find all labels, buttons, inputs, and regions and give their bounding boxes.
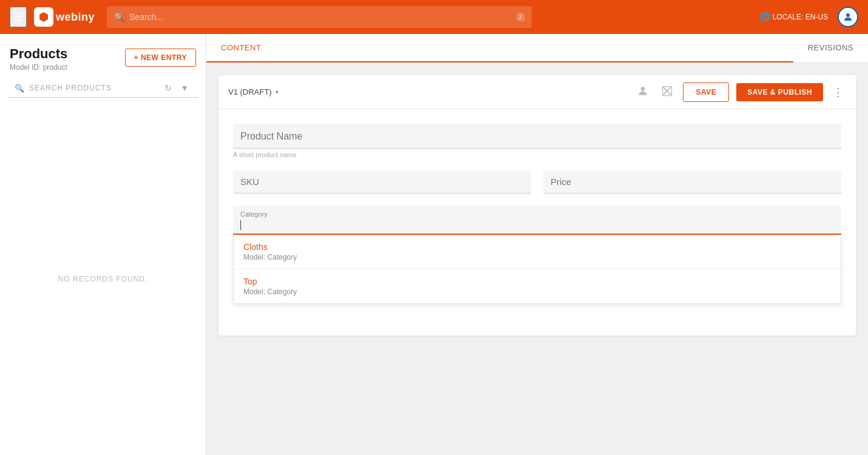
search-icon: 🔍 [114,12,124,22]
product-name-field-row: A short product name [233,124,841,158]
product-name-hint: A short product name [233,151,841,158]
sidebar-empty-state: NO RECORDS FOUND. [0,103,206,455]
more-icon: ⋮ [833,86,844,98]
editor-form: A short product name [219,109,856,335]
keyboard-shortcut-badge: / [517,13,524,21]
category-input-wrapper[interactable]: Category [233,206,841,235]
chevron-down-icon: ▾ [276,89,279,95]
category-field-container: Category Cloths Model: Category Top Mode… [233,206,841,304]
version-dropdown[interactable]: V1 (DRAFT) ▾ [228,87,279,96]
tab-content[interactable]: CONTENT [206,34,793,62]
category-label: Category [240,211,834,218]
version-label: V1 (DRAFT) [228,87,272,96]
product-name-field: A short product name [233,124,841,158]
sku-field [233,170,531,194]
person-icon [637,85,649,99]
topnav-right-section: 🌐 LOCALE: EN-US [760,7,858,27]
category-option-cloths-name: Cloths [243,242,831,252]
filter-button[interactable]: ▼ [178,82,191,94]
refresh-button[interactable]: ↻ [162,82,174,94]
filter-icon: ▼ [180,83,189,93]
hamburger-menu-button[interactable]: ☰ [10,7,27,27]
locale-icon: 🌐 [760,12,770,22]
category-cursor [240,220,241,230]
sidebar-header: Products Model ID: product + NEW ENTRY [0,34,206,79]
tab-bar: CONTENT REVISIONS [206,34,868,63]
product-name-input[interactable] [233,124,841,149]
logo: w webiny [34,7,95,27]
sidebar-title: Products [10,46,67,62]
search-bar[interactable]: 🔍 / [107,6,532,28]
svg-point-1 [846,13,850,17]
svg-text:w: w [40,14,46,21]
category-option-cloths-model: Model: Category [243,253,831,261]
new-entry-button[interactable]: + NEW ENTRY [125,49,196,67]
category-option-top[interactable]: Top Model: Category [234,269,841,303]
sidebar: Products Model ID: product + NEW ENTRY 🔍… [0,34,206,455]
content-area: CONTENT REVISIONS V1 (DRAFT) ▾ [206,34,868,455]
locale-label: LOCALE: EN-US [773,13,828,21]
sidebar-search-icon: 🔍 [15,84,24,93]
sidebar-title-section: Products Model ID: product [10,46,67,72]
category-option-top-model: Model: Category [243,288,831,296]
hamburger-icon: ☰ [13,11,23,23]
search-input[interactable] [129,12,512,22]
editor-card: V1 (DRAFT) ▾ [219,75,856,335]
clear-icon [661,85,673,99]
sidebar-search-bar: 🔍 ↻ ▼ [7,79,198,98]
price-field [543,170,841,194]
entry-editor: V1 (DRAFT) ▾ [206,63,868,455]
category-dropdown: Cloths Model: Category Top Model: Catego… [233,235,841,304]
category-option-cloths[interactable]: Cloths Model: Category [234,235,841,269]
save-button[interactable]: SAVE [683,83,729,102]
sku-price-row [233,170,841,194]
sku-input[interactable] [233,170,531,194]
tab-revisions[interactable]: REVISIONS [793,34,868,62]
locale-selector[interactable]: 🌐 LOCALE: EN-US [760,12,828,22]
clear-icon-button[interactable] [659,83,676,102]
main-layout: Products Model ID: product + NEW ENTRY 🔍… [0,34,868,455]
logo-icon: w [34,7,53,27]
refresh-icon: ↻ [164,83,172,93]
sidebar-search-input[interactable] [29,79,157,97]
price-input[interactable] [543,170,841,194]
logo-text: webiny [56,11,95,24]
top-navigation: ☰ w webiny 🔍 / 🌐 LOCALE: EN-US [0,0,868,34]
tab-content-label: CONTENT [221,43,261,52]
person-icon-button[interactable] [634,83,651,102]
save-publish-button[interactable]: SAVE & PUBLISH [736,83,823,101]
more-options-button[interactable]: ⋮ [830,84,846,100]
svg-point-2 [641,87,645,91]
sidebar-actions: ↻ ▼ [162,82,191,94]
empty-state-label: NO RECORDS FOUND. [58,275,148,283]
category-option-top-name: Top [243,277,831,286]
editor-toolbar: V1 (DRAFT) ▾ [219,75,856,109]
tab-revisions-label: REVISIONS [808,43,853,52]
sidebar-model-id: Model ID: product [10,63,67,72]
user-avatar[interactable] [838,7,858,27]
